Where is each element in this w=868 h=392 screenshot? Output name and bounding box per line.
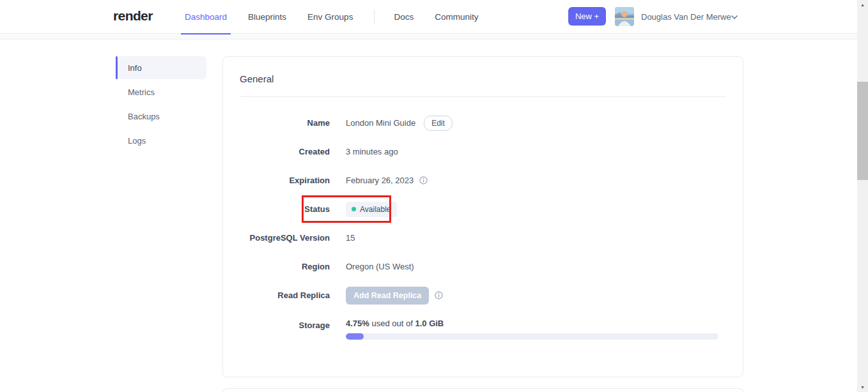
add-read-replica-button[interactable]: Add Read Replica <box>346 287 429 305</box>
status-badge-label: Available <box>360 205 391 214</box>
postgresql-version-label: PostgreSQL Version <box>240 233 330 243</box>
nav-item-community[interactable]: Community <box>433 0 480 34</box>
render-dashboard-page: render Dashboard Blueprints Env Groups D… <box>0 0 868 392</box>
created-value: 3 minutes ago <box>346 147 398 156</box>
storage-progress-track <box>346 333 718 340</box>
user-name[interactable]: Douglas Van Der Merwe <box>641 12 731 22</box>
region-row: Region Oregon (US West) <box>223 252 743 281</box>
name-value: London Mini Guide <box>346 118 415 128</box>
postgresql-version-value: 15 <box>346 233 355 243</box>
status-badge: Available <box>346 202 397 217</box>
read-replica-label: Read Replica <box>240 290 330 300</box>
service-sidebar: Info Metrics Backups Logs <box>118 56 206 153</box>
scroll-down-arrow-icon[interactable]: ▼ <box>857 385 868 389</box>
expiration-value: February 26, 2023 <box>346 176 414 185</box>
region-value: Oregon (US West) <box>346 262 414 271</box>
storage-row: Storage 4.75% used out of 1.0 GiB <box>223 319 743 347</box>
status-row: Status Available <box>223 195 743 223</box>
nav-item-dashboard[interactable]: Dashboard <box>183 0 229 34</box>
sidebar-item-metrics[interactable]: Metrics <box>118 80 206 103</box>
render-logo[interactable]: render <box>113 8 153 24</box>
info-icon[interactable] <box>419 176 428 185</box>
nav-item-env-groups[interactable]: Env Groups <box>306 0 355 34</box>
created-row: Created 3 minutes ago <box>223 137 743 166</box>
expiration-row: Expiration February 26, 2023 <box>223 166 743 195</box>
expiration-label: Expiration <box>240 176 330 185</box>
scrolled-content-edge <box>0 34 857 40</box>
read-replica-row: Read Replica Add Read Replica <box>223 281 743 310</box>
avatar-photo <box>615 17 634 26</box>
sidebar-item-info[interactable]: Info <box>118 56 206 79</box>
storage-progress-fill <box>346 333 364 340</box>
status-dot-icon <box>352 207 356 211</box>
name-row: Name London Mini Guide Edit <box>223 109 743 137</box>
storage-used-percent: 4.75% <box>346 319 369 328</box>
storage-total: 1.0 GiB <box>415 319 444 328</box>
postgresql-version-row: PostgreSQL Version 15 <box>223 223 743 252</box>
nav-divider <box>374 10 375 25</box>
name-label: Name <box>240 118 330 128</box>
info-icon[interactable] <box>435 291 443 299</box>
status-label: Status <box>240 204 330 214</box>
storage-used-text: used out of <box>372 319 413 328</box>
created-label: Created <box>240 147 330 156</box>
new-button[interactable]: New + <box>568 7 606 26</box>
nav-item-blueprints[interactable]: Blueprints <box>246 0 288 34</box>
nav-item-docs[interactable]: Docs <box>392 0 415 34</box>
general-card: General Name London Mini Guide Edit Crea… <box>222 56 743 377</box>
next-card-edge <box>222 388 743 392</box>
storage-usage-text: 4.75% used out of 1.0 GiB <box>346 319 718 328</box>
sidebar-item-logs[interactable]: Logs <box>118 129 206 152</box>
card-title-divider <box>240 96 726 97</box>
region-label: Region <box>240 262 330 271</box>
vertical-scrollbar[interactable]: ▲ ▼ <box>857 0 868 392</box>
top-navbar: render Dashboard Blueprints Env Groups D… <box>0 0 857 34</box>
user-avatar[interactable] <box>615 7 634 26</box>
chevron-down-icon[interactable] <box>731 15 738 20</box>
card-title: General <box>240 73 726 84</box>
scroll-up-arrow-icon[interactable]: ▲ <box>857 3 868 7</box>
storage-label: Storage <box>240 320 330 330</box>
edit-name-button[interactable]: Edit <box>424 116 453 131</box>
primary-nav: Dashboard Blueprints Env Groups Docs Com… <box>183 0 497 34</box>
sidebar-item-backups[interactable]: Backups <box>118 105 206 128</box>
general-fields: Name London Mini Guide Edit Created 3 mi… <box>223 109 743 347</box>
scrollbar-thumb[interactable] <box>857 82 868 180</box>
